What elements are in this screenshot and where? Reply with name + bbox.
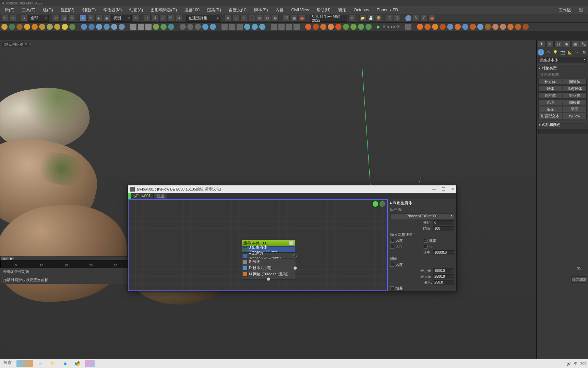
fire-icon-4[interactable]: [440, 24, 446, 30]
object-type-rollout[interactable]: 对象类型: [538, 65, 587, 71]
prim-tyflow[interactable]: tyFlow: [563, 113, 587, 119]
node-out-port-icon[interactable]: [267, 277, 270, 281]
node-op-display[interactable]: D 显示 (几何): [242, 265, 295, 271]
move-icon[interactable]: ✥: [80, 15, 86, 22]
prim-pyramid[interactable]: 四棱锥: [563, 99, 587, 105]
plug-icon-23[interactable]: [180, 24, 186, 30]
redo-icon[interactable]: ↷: [9, 15, 16, 22]
plug-icon-38[interactable]: [305, 24, 311, 30]
cameras-subtab-icon[interactable]: 📷: [559, 49, 566, 56]
taskbar-chrome-icon[interactable]: [73, 360, 82, 367]
fire-icon-3[interactable]: [432, 24, 438, 30]
plug-icon-16[interactable]: [119, 24, 125, 30]
tyflow-event-node[interactable]: 测零 事件_001 B 出生流体 (PhoenixFDFire0... F 流体…: [242, 240, 295, 279]
angle-snap-icon[interactable]: ∠: [159, 15, 166, 22]
name-color-rollout[interactable]: 名称和颜色: [538, 121, 587, 128]
output-port-icon[interactable]: [293, 254, 297, 257]
layer-explorer-icon[interactable]: ☰: [248, 15, 255, 22]
pivot-icon[interactable]: ⊙: [133, 15, 140, 22]
menu-rendering[interactable]: 渲染(R): [204, 7, 225, 14]
play-icon[interactable]: ▶: [377, 24, 380, 29]
menu-render100[interactable]: 渲染100: [181, 7, 203, 14]
cb-thresh-temp[interactable]: [390, 263, 394, 267]
plug-icon-41[interactable]: [328, 24, 334, 30]
workspace-default[interactable]: 默: [576, 7, 587, 14]
ref-coord-dropdown[interactable]: 视图: [111, 15, 132, 22]
output-port-icon[interactable]: [293, 266, 297, 270]
systems-subtab-icon[interactable]: ⚙: [581, 49, 587, 56]
plug-icon-12[interactable]: [88, 24, 95, 30]
taskbar-app-icon[interactable]: [85, 360, 95, 367]
minimize-icon[interactable]: —: [432, 187, 436, 192]
vray-icon[interactable]: V: [413, 15, 420, 22]
prim-textplus[interactable]: 加强型文本: [538, 113, 562, 119]
menu-views[interactable]: 视图(V): [57, 7, 78, 14]
hierarchy-tab-icon[interactable]: ⊟: [554, 41, 562, 47]
plug-icon-35[interactable]: [278, 24, 285, 30]
motion-tab-icon[interactable]: ◉: [563, 41, 571, 47]
loop-icon[interactable]: ⟳: [396, 24, 400, 29]
plug-icon-17[interactable]: [130, 24, 136, 30]
pause-icon[interactable]: ⏸: [382, 24, 386, 29]
tyflow-titlebar[interactable]: tyFlow001 : [tyFlow BETA v0.16135编辑 凋零汉化…: [128, 185, 456, 193]
plug-icon-6[interactable]: [39, 24, 45, 30]
plug-icon-8[interactable]: [54, 24, 60, 30]
menu-group[interactable]: 组(G): [39, 7, 56, 14]
point-filter-button[interactable]: 点过滤器: [571, 276, 587, 283]
fire-icon-2[interactable]: [424, 24, 431, 30]
plug-icon-32[interactable]: [252, 24, 258, 30]
taskbar-explorer-icon[interactable]: 📁: [48, 360, 58, 367]
fire-icon-13[interactable]: [507, 24, 514, 30]
percent-snap-icon[interactable]: %: [167, 15, 174, 22]
plug-icon-11[interactable]: [81, 24, 87, 30]
spin-temp-var[interactable]: 250.0: [433, 280, 454, 285]
prim-plane[interactable]: 平面: [563, 106, 587, 112]
plug-icon-26[interactable]: [202, 24, 208, 30]
node-op-fluidforce[interactable]: F 流体力 (PhoenixFDFire001): [242, 252, 295, 258]
plug-icon-46[interactable]: [365, 24, 372, 30]
plug-icon-28[interactable]: [221, 24, 228, 30]
plug-icon-9[interactable]: [62, 24, 68, 30]
spin-temp-min[interactable]: 1500.0: [433, 268, 454, 273]
plug-icon-18[interactable]: [138, 24, 144, 30]
plug-icon-15[interactable]: [111, 24, 117, 30]
fire-icon-1[interactable]: [417, 24, 423, 30]
prim-teapot[interactable]: 茶壶: [538, 106, 562, 112]
rotate-icon[interactable]: ⟲: [87, 15, 94, 22]
cb-thresh-smoke[interactable]: [390, 286, 394, 290]
tray-volume-icon[interactable]: 🔊: [566, 361, 571, 366]
taskbar-edge-icon[interactable]: ◉: [60, 360, 70, 367]
menu-tools[interactable]: 工具(T): [19, 7, 39, 14]
plug-icon-25[interactable]: [195, 24, 201, 30]
fire-icon-6[interactable]: [455, 24, 461, 30]
frame-slider[interactable]: 00 ▶: [0, 256, 128, 261]
cb-temperature[interactable]: [390, 239, 394, 243]
next-icon[interactable]: ⏭: [391, 24, 395, 29]
fire-icon-14[interactable]: [515, 24, 521, 30]
fire-icon-10[interactable]: [485, 24, 491, 30]
curve-editor-icon[interactable]: ⊞: [256, 15, 263, 22]
plug-icon-43[interactable]: [343, 24, 349, 30]
render-icon[interactable]: 🫖: [299, 15, 305, 22]
plug-icon-50[interactable]: [405, 24, 411, 30]
project-path[interactable]: C:\Users\••• Max 2022: [310, 15, 347, 22]
taskbar-weather-icon[interactable]: [16, 360, 33, 367]
frame-step-icon[interactable]: ▶: [9, 257, 14, 260]
graph-refresh-icon[interactable]: [380, 201, 385, 207]
cb-velocity[interactable]: [390, 245, 394, 249]
menu-help[interactable]: 帮助(H): [313, 7, 334, 14]
selection-filter-dropdown[interactable]: 全部: [28, 15, 49, 22]
prim-sphere[interactable]: 球体: [538, 85, 562, 92]
object-name-input[interactable]: [538, 129, 588, 134]
schematic-icon[interactable]: ⊡: [264, 15, 271, 22]
spinner-snap-icon[interactable]: ⚙: [175, 15, 182, 22]
modify-tab-icon[interactable]: ✎: [546, 41, 554, 47]
tray-time[interactable]: 202: [580, 361, 587, 366]
fire-icon-11[interactable]: [492, 24, 499, 30]
fire-icon-8[interactable]: [470, 24, 476, 30]
prop-start-spinner[interactable]: 0: [433, 220, 454, 225]
plug-icon-40[interactable]: [320, 24, 326, 30]
tray-ime[interactable]: 中: [574, 361, 578, 366]
menu-animation[interactable]: 动画(A): [126, 7, 146, 14]
select-region-icon[interactable]: ◫: [61, 15, 68, 22]
